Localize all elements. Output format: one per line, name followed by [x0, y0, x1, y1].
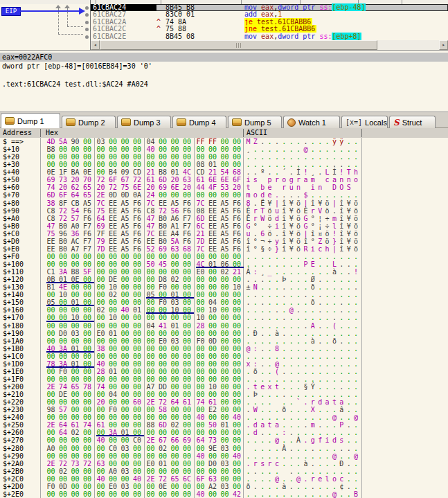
- column-header-address[interactable]: Address: [3, 128, 32, 138]
- hex-byte: A5: [121, 215, 133, 222]
- dump-row[interactable]: $+D0EEB0ACF779EEA5F6EEB05AF67DEEA5F6î°¬÷…: [0, 238, 448, 245]
- hex-byte: 64: [59, 421, 71, 429]
- dump-row[interactable]: $+2000000000000000000000000000000000....…: [0, 153, 448, 161]
- dump-row[interactable]: $+90C87254F675EEA5F6C87256F608EEA5F6ÈrTö…: [0, 207, 448, 215]
- ascii-char: .: [318, 468, 325, 475]
- hex-byte: 4E: [59, 283, 71, 291]
- hex-byte: 00: [171, 452, 183, 460]
- hex-byte: DE: [109, 276, 120, 283]
- scrollbar-track[interactable]: [377, 40, 439, 50]
- hex-byte: 61: [197, 176, 208, 184]
- dump-row[interactable]: $+3000000000000000000000000008010000....…: [0, 161, 448, 168]
- hex-byte: 74: [83, 421, 95, 429]
- ascii-char: .: [303, 337, 310, 345]
- column-header-ascii[interactable]: ASCII: [247, 128, 267, 138]
- dump-row[interactable]: $+19000D00300E00100000000000000000000.Ð.…: [0, 330, 448, 337]
- ascii-char: .: [253, 161, 260, 168]
- ascii-char: Z: [318, 238, 325, 245]
- dump-row[interactable]: $+18000000000000000000441010028000000...…: [0, 322, 448, 330]
- dump-row[interactable]: $+2E000000000000000000000000040000042...…: [0, 490, 448, 498]
- ascii-char: .: [354, 283, 361, 291]
- dump-row[interactable]: $+2309857000000F000000058000000E20000.W.…: [0, 406, 448, 413]
- dump-row[interactable]: $+17000001000001000000000000010000000...…: [0, 314, 448, 321]
- dump-row[interactable]: $+400E1FBA0E00B409CD21B8014CCD215468..º.…: [0, 168, 448, 176]
- dump-row[interactable]: $+110C13AB85F0000000000000000E0000221Á:¸…: [0, 268, 448, 276]
- tab-dump-3[interactable]: Dump 3: [117, 116, 171, 128]
- ascii-char: .: [354, 368, 361, 375]
- dump-row[interactable]: $+280A000000000C0030000020000009E0300 ..…: [0, 445, 448, 452]
- dump-row[interactable]: $+27000000000400000C02E67666964730000...…: [0, 436, 448, 444]
- tab-watch-1[interactable]: Watch 1: [283, 116, 340, 128]
- hex-byte: 00: [109, 260, 120, 268]
- dump-row[interactable]: $+C0759636F67FEEA5F67CEEA4F621EEA5F6u.6ö…: [0, 230, 448, 238]
- dump-row[interactable]: $+B047B0A0F769EEA5F647B0A1F76CEEA5F6G° ÷…: [0, 222, 448, 230]
- dump-row[interactable]: $+2C000000000400000402E72656C6F630000...…: [0, 475, 448, 483]
- ascii-char: T: [347, 168, 354, 176]
- dump-row[interactable]: $+2D0F00D000000E00300000E000000A20300ð..…: [0, 483, 448, 490]
- dump-row[interactable]: $+1000000000000000000504500004C010600...…: [0, 260, 448, 268]
- dump-row[interactable]: $+130B14E00000010000000F0000000000010±N.…: [0, 283, 448, 291]
- ascii-char: .: [318, 168, 325, 176]
- scrollbar-thumb[interactable]: [100, 40, 377, 50]
- hex-byte: A5: [221, 222, 233, 230]
- info-line-module: .text:61CBAC24 test.dll:$AC24 #A024: [0, 80, 448, 89]
- dump-row[interactable]: $+60742062652072756E20696E20444F5320t be…: [0, 184, 448, 191]
- dump-row[interactable]: $+1200B010E0000DE000000D8020000000000...…: [0, 276, 448, 283]
- hex-byte: 00: [83, 330, 95, 337]
- column-header-hex[interactable]: Hex: [46, 128, 58, 138]
- scroll-left-button[interactable]: ◂: [91, 40, 100, 50]
- token-seg: ss:: [319, 3, 332, 11]
- hex-byte: F6: [133, 199, 145, 207]
- dump-row[interactable]: $ ==>4D5A90000300000004000000FFFF0000MZ.…: [0, 138, 448, 145]
- dump-row[interactable]: $+5069732070726F6772616D2063616E6E6Fis p…: [0, 176, 448, 184]
- tab-struct[interactable]: SStruct: [389, 116, 436, 128]
- instruction-address: 61CBAC2E: [91, 33, 156, 40]
- ascii-char: ö: [296, 215, 303, 222]
- dump-row[interactable]: $+80388FCBA57CEEA5F67CEEA5F67CEEA5F68.Ë¥…: [0, 199, 448, 207]
- dump-row[interactable]: $+E0EEB0A7F77DEEA5F6526963687CEEA5F6î°§÷…: [0, 245, 448, 253]
- ascii-char: .: [339, 353, 346, 360]
- tab-dump-2[interactable]: Dump 2: [62, 116, 116, 128]
- dump-row[interactable]: $+1F000000000000000000000000000000000...…: [0, 375, 448, 383]
- ascii-char: .: [303, 436, 310, 444]
- dump-row[interactable]: $+1D0783A0100400000000000000000000000x:.…: [0, 360, 448, 368]
- dump-row[interactable]: $+2002E74657874000000A7DD000000100000.te…: [0, 383, 448, 391]
- dump-address: $+20: [3, 153, 19, 161]
- tab-dump-4[interactable]: Dump 4: [172, 116, 226, 128]
- hex-byte: 00: [197, 391, 208, 398]
- ascii-char: .: [253, 337, 260, 345]
- horizontal-scrollbar[interactable]: ◂ ▸: [91, 40, 448, 50]
- dump-row[interactable]: $+21000DE0000000400000000000000000000.Þ.…: [0, 391, 448, 398]
- dump-row[interactable]: $+2502E64617461000000886D020000500100.da…: [0, 421, 448, 429]
- scroll-right-button[interactable]: ▸: [439, 40, 448, 50]
- dump-row[interactable]: $+24000000000000000000000000040000040...…: [0, 413, 448, 421]
- ascii-char: .: [275, 452, 282, 460]
- dump-row[interactable]: $+706D6F64652E0D0D0A2400000000000000mode…: [0, 191, 448, 199]
- dump-row[interactable]: $+14000100000000200000500010000000000...…: [0, 291, 448, 299]
- dump-row[interactable]: $+1A0000000000000000000E00300F00D0000...…: [0, 337, 448, 345]
- dump-row[interactable]: $+1B0403A0100380000000000000000000000@:.…: [0, 345, 448, 353]
- tab-dump-1[interactable]: Dump 1: [1, 113, 60, 128]
- dump-row[interactable]: $+10B8000000000000004000000000000000¸...…: [0, 145, 448, 153]
- info-line-register[interactable]: eax=0022AFC0: [0, 53, 448, 62]
- dump-row[interactable]: $+A0C87257F664EEA5F647B0A6F76DEEA5F6ÈrWö…: [0, 215, 448, 222]
- dump-row[interactable]: $+29000000000000000000000000040000040...…: [0, 452, 448, 460]
- ascii-char: ¥: [347, 245, 354, 253]
- hex-byte: 00: [233, 322, 244, 330]
- ascii-char: î: [282, 222, 289, 230]
- ascii-char: ð: [311, 283, 318, 291]
- disasm-row[interactable]: 61CBAC2E8B45 08mov eax,dword ptr ss:[ebp…: [91, 33, 448, 40]
- dump-row[interactable]: $+150050001000000000000F0030000040000...…: [0, 299, 448, 306]
- dump-row[interactable]: $+2A02E72737263000000E001000000D00300.rs…: [0, 460, 448, 468]
- dump-row[interactable]: $+22000000000200000602E72646174610000...…: [0, 398, 448, 406]
- dump-row[interactable]: $+1C000000000000000000000000000000000...…: [0, 353, 448, 360]
- tab-dump-5[interactable]: Dump 5: [228, 116, 282, 128]
- dump-row[interactable]: $+16000000000020040010000100000100000...…: [0, 306, 448, 314]
- dump-row[interactable]: $+1E000F00000280100000000000000000000.ð.…: [0, 368, 448, 375]
- tab-locals[interactable]: [x=]Locals: [341, 116, 388, 128]
- dump-row[interactable]: $+26000640200003A01000000000000000000.d.…: [0, 429, 448, 436]
- hex-byte: 00: [97, 276, 109, 283]
- dump-row[interactable]: $+F000000000000000000000000000000000....…: [0, 253, 448, 260]
- hex-byte: 01: [109, 368, 120, 375]
- dump-row[interactable]: $+2B00002000000A003000000000000000000...…: [0, 468, 448, 475]
